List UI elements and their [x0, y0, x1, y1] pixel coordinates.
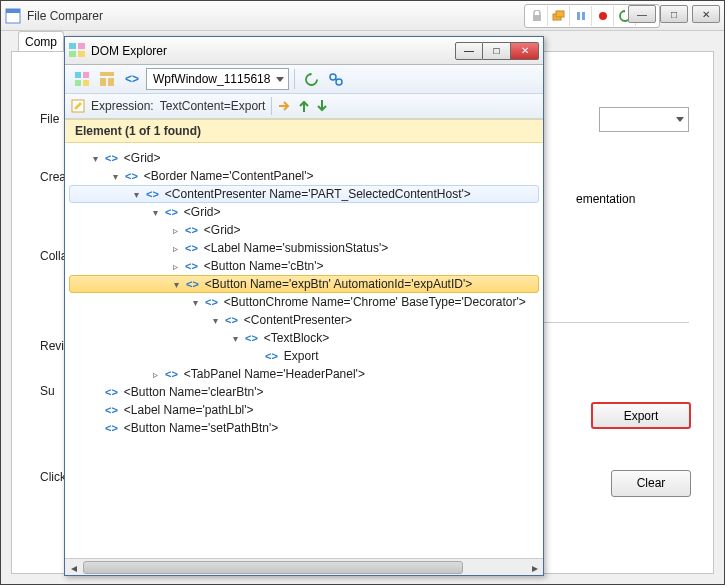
svg-point-7	[599, 12, 607, 20]
scroll-thumb[interactable]	[83, 561, 463, 574]
node-text: <Label Name='pathLbl'>	[124, 403, 254, 417]
node-text: <TabPanel Name='HeaderPanel'>	[184, 367, 365, 381]
dom-minimize-button[interactable]: —	[455, 42, 483, 60]
file-combobox[interactable]	[599, 107, 689, 132]
dom-explorer-window: DOM Explorer — □ ✕ <> WpfWindow_1115618 …	[64, 36, 544, 576]
svg-rect-15	[75, 72, 81, 78]
dom-titlebar[interactable]: DOM Explorer — □ ✕	[65, 37, 543, 65]
window-selector-combo[interactable]: WpfWindow_1115618	[146, 68, 289, 90]
main-window-buttons: — □ ✕	[628, 5, 720, 23]
expression-value: TextContent=Export	[160, 99, 266, 113]
minimize-button[interactable]: —	[628, 5, 656, 23]
tree-node[interactable]: ▹<><Grid>	[69, 221, 539, 239]
dom-tree[interactable]: ▾<><Grid>▾<><Border Name='ContentPanel'>…	[65, 143, 543, 558]
scroll-left-icon[interactable]: ◂	[65, 559, 82, 576]
export-button[interactable]: Export	[591, 402, 691, 429]
collapse-icon[interactable]: ▾	[130, 189, 142, 200]
node-text: <Border Name='ContentPanel'>	[144, 169, 314, 183]
view-layout-icon[interactable]	[96, 68, 118, 90]
tree-node[interactable]: <>Export	[69, 347, 539, 365]
svg-rect-1	[6, 9, 20, 13]
node-text: <Grid>	[184, 205, 221, 219]
element-tag-icon: <>	[265, 350, 278, 362]
tree-node[interactable]: <><Button Name='setPathBtn'>	[69, 419, 539, 437]
horizontal-scrollbar[interactable]: ◂ ▸	[65, 558, 543, 575]
svg-rect-5	[577, 12, 580, 20]
collapse-icon[interactable]: ▾	[89, 153, 101, 164]
main-titlebar: File Comparer — □ ✕	[1, 1, 724, 31]
tree-node[interactable]: ▹<><Label Name='submissionStatus'>	[69, 239, 539, 257]
dom-toolbar-1: <> WpfWindow_1115618	[65, 65, 543, 94]
element-tag-icon: <>	[186, 278, 199, 290]
svg-rect-17	[75, 80, 81, 86]
collapse-icon[interactable]: ▾	[149, 207, 161, 218]
main-window: File Comparer — □ ✕ Comp File Crea ement…	[0, 0, 725, 585]
label-crea: Crea	[40, 170, 66, 184]
expression-bar: Expression: TextContent=Export	[65, 94, 543, 119]
collapse-icon[interactable]: ▾	[109, 171, 121, 182]
svg-rect-4	[556, 11, 564, 17]
svg-rect-19	[100, 72, 114, 76]
tree-node[interactable]: <><Button Name='clearBtn'>	[69, 383, 539, 401]
collapse-icon[interactable]: ▾	[170, 279, 182, 290]
tree-node[interactable]: ▾<><Border Name='ContentPanel'>	[69, 167, 539, 185]
node-text: Export	[284, 349, 319, 363]
tree-node[interactable]: ▾<><Grid>	[69, 149, 539, 167]
result-bar: Element (1 of 1 found)	[65, 119, 543, 143]
expand-icon[interactable]: ▹	[169, 261, 181, 272]
svg-rect-2	[533, 15, 541, 21]
tag-icon[interactable]: <>	[121, 68, 143, 90]
node-text: <TextBlock>	[264, 331, 329, 345]
expand-icon[interactable]: ▹	[169, 225, 181, 236]
element-tag-icon: <>	[146, 188, 159, 200]
node-text: <ButtonChrome Name='Chrome' BaseType='De…	[224, 295, 526, 309]
svg-rect-16	[83, 72, 89, 78]
app-icon	[5, 8, 21, 24]
tree-node[interactable]: ▾<><Button Name='expBtn' AutomationId='e…	[69, 275, 539, 293]
go-icon[interactable]	[278, 100, 292, 112]
dom-close-button[interactable]: ✕	[511, 42, 539, 60]
expand-icon[interactable]: ▹	[149, 369, 161, 380]
up-icon[interactable]	[298, 99, 310, 113]
expand-icon[interactable]: ▹	[169, 243, 181, 254]
collapse-icon[interactable]: ▾	[229, 333, 241, 344]
view-grid-icon[interactable]	[71, 68, 93, 90]
tree-node[interactable]: <><Label Name='pathLbl'>	[69, 401, 539, 419]
dom-window-buttons: — □ ✕	[455, 42, 539, 60]
tab-compare[interactable]: Comp	[18, 31, 64, 52]
dom-maximize-button[interactable]: □	[483, 42, 511, 60]
clear-button[interactable]: Clear	[611, 470, 691, 497]
node-text: <Label Name='submissionStatus'>	[204, 241, 388, 255]
dom-title: DOM Explorer	[91, 44, 455, 58]
collapse-icon[interactable]: ▾	[189, 297, 201, 308]
find-icon[interactable]	[325, 68, 347, 90]
maximize-button[interactable]: □	[660, 5, 688, 23]
tree-node[interactable]: ▹<><Button Name='cBtn'>	[69, 257, 539, 275]
tree-node[interactable]: ▾<><TextBlock>	[69, 329, 539, 347]
collapse-icon[interactable]: ▾	[209, 315, 221, 326]
element-tag-icon: <>	[165, 206, 178, 218]
tree-node[interactable]: ▾<><ButtonChrome Name='Chrome' BaseType=…	[69, 293, 539, 311]
close-button[interactable]: ✕	[692, 5, 720, 23]
svg-rect-20	[100, 78, 106, 86]
element-tag-icon: <>	[185, 242, 198, 254]
node-text: <ContentPresenter>	[244, 313, 352, 327]
lock-icon[interactable]	[526, 6, 548, 26]
tree-node[interactable]: ▾<><ContentPresenter Name='PART_Selected…	[69, 185, 539, 203]
element-tag-icon: <>	[125, 170, 138, 182]
dom-app-icon	[69, 43, 85, 59]
tree-node[interactable]: ▹<><TabPanel Name='HeaderPanel'>	[69, 365, 539, 383]
refresh-tree-icon[interactable]	[300, 68, 322, 90]
pause-icon[interactable]	[570, 6, 592, 26]
record-icon[interactable]	[592, 6, 614, 26]
tree-node[interactable]: ▾<><ContentPresenter>	[69, 311, 539, 329]
label-sub: Su	[40, 384, 55, 398]
scroll-right-icon[interactable]: ▸	[526, 559, 543, 576]
stack-icon[interactable]	[548, 6, 570, 26]
edit-expression-icon[interactable]	[71, 99, 85, 113]
down-icon[interactable]	[316, 99, 328, 113]
element-tag-icon: <>	[165, 368, 178, 380]
node-text: <Grid>	[124, 151, 161, 165]
element-tag-icon: <>	[105, 386, 118, 398]
tree-node[interactable]: ▾<><Grid>	[69, 203, 539, 221]
